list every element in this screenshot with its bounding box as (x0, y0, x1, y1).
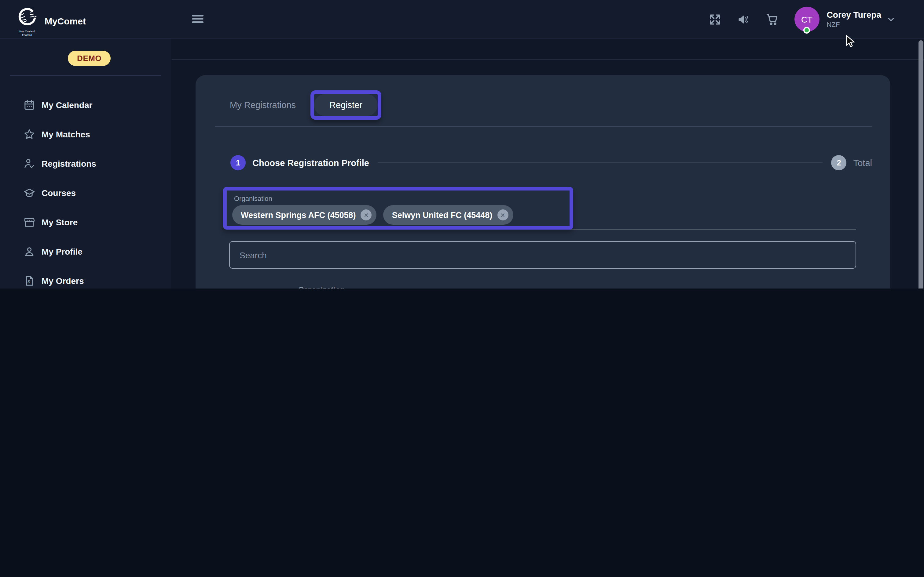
user-menu[interactable]: Corey Turepa NZF (827, 10, 881, 29)
mycomet-app: New Zealand Football MyComet (0, 0, 924, 288)
avatar-initials: CT (801, 15, 813, 24)
person-check-icon (23, 158, 36, 170)
tab-my-registrations[interactable]: My Registrations (227, 93, 298, 117)
registration-profiles-table: Organization name Parent organisation CO… (229, 285, 856, 288)
app-title: MyComet (45, 16, 86, 26)
remove-chip-icon[interactable]: ✕ (497, 210, 508, 221)
storefront-icon (23, 216, 36, 228)
svg-text:$: $ (27, 279, 30, 284)
calendar-icon (23, 99, 36, 111)
sidebar-item-label: Courses (42, 188, 76, 198)
step-2-indicator[interactable]: 2 (832, 155, 847, 170)
step-2-label: Total (853, 158, 872, 168)
col-organization: Organization name Parent organisation (298, 285, 393, 288)
remove-chip-icon[interactable]: ✕ (361, 210, 372, 221)
user-avatar[interactable]: CT (795, 7, 819, 32)
star-icon (23, 128, 36, 140)
tab-bar: My Registrations Register (227, 90, 381, 120)
announcements-icon[interactable] (737, 13, 750, 26)
person-icon (23, 245, 36, 258)
sidebar-item-my-matches[interactable]: My Matches (0, 120, 171, 149)
step-1-indicator[interactable]: 1 (230, 155, 246, 170)
user-organisation: NZF (827, 21, 881, 29)
tab-register[interactable]: Register (314, 94, 378, 116)
registration-card: My Registrations Register 1 Choose Regis… (195, 75, 890, 288)
sidebar-item-my-orders[interactable]: $ My Orders (0, 266, 171, 288)
fullscreen-icon[interactable] (708, 13, 722, 26)
sidebar-item-label: My Matches (42, 129, 90, 139)
sidebar-item-label: My Orders (42, 276, 84, 286)
sidebar-item-label: My Store (42, 218, 78, 227)
step-1-label: Choose Registration Profile (252, 158, 369, 168)
search-input[interactable] (229, 241, 856, 269)
sidebar-item-label: My Profile (42, 247, 82, 256)
sidebar-item-registrations[interactable]: Registrations (0, 149, 171, 178)
online-status-dot (804, 27, 810, 34)
sidebar: DEMO My Calendar (0, 39, 171, 288)
demo-badge: DEMO (68, 51, 111, 66)
organisation-filter: Organisation Western Springs AFC (45058)… (223, 187, 573, 230)
logo-caption: New Zealand Football (16, 30, 38, 37)
sidebar-item-label: My Calendar (42, 100, 92, 110)
user-name: Corey Turepa (827, 10, 881, 20)
sidebar-item-courses[interactable]: Courses (0, 178, 171, 208)
top-bar: New Zealand Football MyComet (0, 0, 924, 39)
stepper-connector (378, 163, 823, 163)
org-chip-selwyn-united[interactable]: Selwyn United FC (45448) ✕ (383, 205, 513, 225)
fern-logo-icon (16, 7, 37, 27)
graduation-cap-icon (23, 187, 36, 199)
sidebar-item-my-profile[interactable]: My Profile (0, 237, 171, 266)
nzf-logo[interactable]: New Zealand Football (16, 7, 38, 37)
sidebar-item-label: Registrations (42, 159, 96, 169)
chevron-down-icon[interactable] (886, 15, 896, 24)
organisation-label: Organisation (234, 195, 566, 202)
cart-icon[interactable] (766, 13, 779, 26)
sidebar-divider (10, 75, 162, 76)
stepper: 1 Choose Registration Profile 2 Total (230, 155, 872, 170)
sidebar-item-my-calendar[interactable]: My Calendar (0, 90, 171, 120)
table-header-row: Organization name Parent organisation CO… (229, 285, 856, 288)
main-content: My Registrations Register 1 Choose Regis… (172, 39, 924, 288)
org-chip-western-springs[interactable]: Western Springs AFC (45058) ✕ (232, 205, 377, 225)
sidebar-item-my-store[interactable]: My Store (0, 208, 171, 237)
tab-register-focus-ring: Register (310, 90, 381, 120)
tabs-divider (215, 126, 872, 127)
toolbar-divider (172, 59, 924, 60)
scrollbar-thumb[interactable] (919, 40, 923, 288)
invoice-icon: $ (23, 275, 36, 287)
menu-toggle-button[interactable] (192, 15, 204, 23)
